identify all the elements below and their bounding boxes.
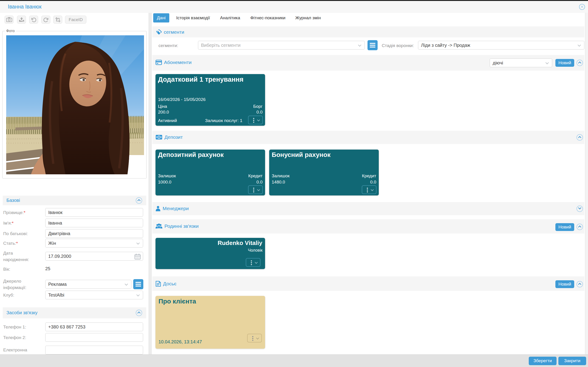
section-contacts-header: Засоби зв'язку [3, 307, 146, 318]
subscriptions-filter-select[interactable]: діючі [490, 58, 552, 67]
field-label: Ім'я:* [3, 220, 35, 226]
left-panel-scrollbar[interactable] [149, 13, 152, 354]
section-subscriptions-header: Абонементи діючі Новий [152, 55, 584, 71]
chevron-down-icon [358, 43, 361, 47]
redo-button[interactable] [41, 16, 50, 24]
tab-history[interactable]: Історія взаємодії [176, 15, 210, 20]
new-dossier-button[interactable]: Новий [555, 280, 574, 288]
chevron-down-icon [137, 293, 140, 296]
deposit-card[interactable]: Бонусний рахунок ЗалишокКредит 1480.00.0 [269, 150, 379, 195]
collapse-basic-icon[interactable] [136, 197, 142, 204]
field-label: По батькові: [3, 231, 35, 237]
list-icon [370, 43, 375, 48]
segments-list-button[interactable] [367, 40, 378, 50]
money-icon [156, 134, 162, 140]
subscription-period: 16/04/2026 - 15/05/2026 [158, 97, 262, 102]
source-select[interactable]: Реклама [45, 280, 131, 289]
debt-value: 0.0 [257, 110, 262, 115]
new-subscription-button[interactable]: Новий [555, 59, 574, 67]
chevron-down-icon [257, 188, 260, 191]
new-family-button[interactable]: Новий [555, 223, 574, 231]
subscription-title: Додатковий 1 тренування [158, 76, 243, 83]
take-photo-button[interactable] [5, 16, 14, 24]
redo-icon [43, 17, 49, 23]
dossier-card-title: Про клієнта [158, 298, 196, 305]
tab-changelog[interactable]: Журнал змін [295, 15, 321, 20]
section-basic-title: Базові [6, 198, 20, 203]
undo-button[interactable] [29, 16, 38, 24]
close-button[interactable]: Закрити [558, 357, 586, 365]
gender-select[interactable]: Жін [45, 239, 143, 248]
upload-icon [19, 17, 25, 23]
document-icon [156, 281, 161, 287]
source-list-button[interactable] [133, 279, 143, 289]
card-icon [156, 60, 162, 65]
subscription-card[interactable]: Додатковий 1 тренування 16/04/2026 - 15/… [156, 74, 265, 126]
balance-value: 1000.0 [158, 180, 171, 184]
dossier-card[interactable]: Про клієнта 10.04.2026, 13:14:47 [156, 296, 265, 349]
list-icon [136, 282, 141, 286]
collapse-dossier-icon[interactable] [577, 281, 583, 287]
section-subscriptions-title: Абонементи [164, 60, 191, 65]
chevron-down-icon [137, 241, 140, 244]
kebab-icon [253, 188, 254, 189]
right-panel-scrollbar[interactable] [585, 13, 588, 354]
collapse-family-icon[interactable] [577, 224, 583, 230]
middlename-field[interactable]: Дмитрівна [45, 229, 143, 238]
client-photo [6, 35, 144, 174]
section-dossier-title: Досьє [163, 281, 176, 286]
collapse-subscriptions-icon[interactable] [577, 60, 583, 66]
upload-photo-button[interactable] [17, 16, 26, 24]
price-label: Ціна [158, 104, 167, 109]
chevron-down-icon [257, 118, 260, 121]
email1-field[interactable] [45, 346, 143, 354]
family-menu-button[interactable] [246, 258, 260, 267]
credit-label: Кредит [362, 173, 376, 178]
chevron-down-icon [578, 43, 581, 47]
lastname-field[interactable]: Іванюк [45, 208, 143, 217]
deposit-card[interactable]: Депозитний рахунок ЗалишокКредит 1000.00… [156, 150, 265, 195]
family-card[interactable]: Rudenko Vitaliy Чоловік [156, 238, 265, 269]
close-icon[interactable]: ✕ [579, 4, 585, 10]
deposit-card-title: Бонусний рахунок [272, 151, 330, 158]
dossier-menu-button[interactable] [247, 334, 262, 342]
save-button[interactable]: Зберегти [529, 357, 556, 365]
deposit-menu-button[interactable] [362, 185, 376, 194]
chevron-down-icon [255, 261, 258, 264]
field-label: Телефон 1: [3, 324, 35, 330]
section-contacts-title: Засоби зв'язку [6, 310, 37, 315]
collapse-deposit-icon[interactable] [577, 134, 583, 141]
calendar-icon[interactable] [134, 253, 141, 260]
section-segments-title: сегменти [164, 29, 184, 35]
credit-label: Кредит [248, 173, 262, 178]
deposit-menu-button[interactable] [248, 185, 263, 194]
tab-bar: Дані Історія взаємодії Аналітика Фітнес-… [153, 13, 321, 22]
tab-fitness[interactable]: Фітнес-показники [250, 15, 285, 20]
expand-managers-icon[interactable] [577, 206, 583, 212]
tab-analytics[interactable]: Аналітика [220, 15, 240, 20]
chevron-down-icon [256, 336, 259, 340]
chevron-down-icon [545, 61, 549, 64]
segments-select[interactable]: Виберіть сегменти [198, 41, 365, 50]
phone1-field[interactable]: +380 63 867 7253 [45, 323, 143, 331]
field-label: Телефон 2: [3, 334, 35, 341]
subscription-status: Активний [158, 118, 177, 123]
faceid-button[interactable]: FaceID [65, 16, 86, 24]
funnel-select[interactable]: Ліди з сайту -> Продаж [418, 41, 584, 50]
section-deposit-title: Депозит [164, 134, 183, 140]
funnel-label: Стадія воронки: [382, 43, 414, 48]
field-label: Джерело інформації: [3, 278, 35, 291]
section-family-header: Родинні зв'язки Новий [152, 219, 584, 234]
club-select[interactable]: TestAlbi [45, 291, 143, 299]
tab-data[interactable]: Дані [153, 13, 169, 23]
firstname-field[interactable]: Іванна [45, 219, 143, 227]
undo-icon [31, 17, 36, 23]
section-family-title: Родинні зв'язки [164, 223, 199, 229]
chevron-down-icon [371, 188, 374, 191]
crop-button[interactable] [53, 16, 62, 24]
birthdate-field[interactable]: 17.09.2000 [45, 252, 143, 261]
subscription-menu-button[interactable] [248, 116, 263, 124]
collapse-contacts-icon[interactable] [136, 310, 142, 316]
field-label: Дата народження: [3, 250, 35, 263]
phone2-field[interactable] [45, 333, 143, 342]
